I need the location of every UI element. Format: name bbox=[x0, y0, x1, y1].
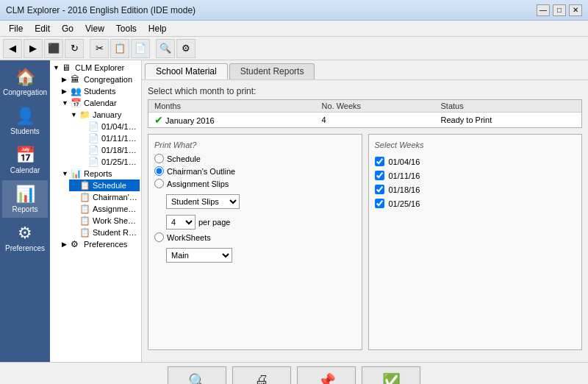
radio-schedule-input[interactable] bbox=[154, 154, 164, 163]
month-check-cell: ✔ January 2016 bbox=[148, 113, 316, 128]
assignment-icon: 📋 bbox=[79, 204, 91, 214]
students-tree-icon: 👥 bbox=[71, 86, 82, 96]
tree-item-0111[interactable]: 📄 01/11/16 - S bbox=[78, 132, 140, 144]
tree-item-0104[interactable]: 📄 01/04/16 - S bbox=[78, 121, 140, 132]
tree-item-assignment[interactable]: 📋 Assignment S bbox=[69, 203, 140, 215]
tree-item-students[interactable]: ▶ 👥 Students bbox=[60, 85, 140, 97]
check-icon: ✔ bbox=[154, 114, 163, 126]
menu-tools[interactable]: Tools bbox=[110, 22, 143, 35]
tab-student-reports-label: Student Reports bbox=[240, 66, 304, 77]
tree-panel[interactable]: ▼ 🖥 CLM Explorer ▶ 🏛 Congregation ▶ 👥 St… bbox=[50, 60, 142, 362]
toolbar-forward[interactable]: ▶ bbox=[24, 39, 43, 58]
mark-printed-button[interactable]: ✅ Mark as Printed bbox=[362, 366, 420, 385]
sidebar-item-congregation[interactable]: 🏠 Congregation bbox=[2, 63, 48, 101]
month-row[interactable]: ✔ January 2016 4 Ready to Print bbox=[148, 113, 581, 128]
week-0111-label: 01/11/16 bbox=[389, 171, 420, 180]
toolbar-back[interactable]: ◀ bbox=[3, 39, 22, 58]
tree-label-chairmans: Chairman's Ou bbox=[93, 193, 138, 202]
tree-item-preferences[interactable]: ▶ ⚙ Preferences bbox=[60, 238, 140, 250]
week-check-0104[interactable]: 01/04/16 bbox=[375, 157, 576, 166]
week-check-0111[interactable]: 01/11/16 bbox=[375, 171, 576, 180]
menu-go[interactable]: Go bbox=[56, 22, 79, 35]
month-name: January 2016 bbox=[165, 116, 215, 125]
two-col-layout: Print What? Schedule Chairman's Outline bbox=[148, 134, 582, 350]
week-0104-input[interactable] bbox=[375, 157, 384, 166]
student-rep-icon: 📋 bbox=[79, 227, 91, 238]
per-page-select[interactable]: 4 bbox=[166, 215, 196, 230]
radio-chairmans-input[interactable] bbox=[154, 166, 164, 176]
tree-item-chairmans[interactable]: 📋 Chairman's Ou bbox=[69, 191, 140, 203]
close-button[interactable]: ✕ bbox=[569, 4, 582, 16]
menu-file[interactable]: File bbox=[3, 22, 29, 35]
expand-icon: ▶ bbox=[62, 241, 71, 248]
radio-assignment[interactable]: Assignment Slips bbox=[154, 179, 356, 188]
radio-worksheets-label: WorkSheets bbox=[167, 233, 211, 242]
expand-icon: ▼ bbox=[62, 99, 71, 107]
radio-group: Schedule Chairman's Outline Assignment S… bbox=[154, 154, 356, 263]
radio-chairmans[interactable]: Chairman's Outline bbox=[154, 166, 356, 176]
menu-edit[interactable]: Edit bbox=[29, 22, 56, 35]
toolbar-gear[interactable]: ⚙ bbox=[176, 39, 196, 58]
menu-view[interactable]: View bbox=[79, 22, 110, 35]
tree-item-0118[interactable]: 📄 01/18/16 - S bbox=[78, 144, 140, 156]
title-bar: CLM Explorer - 2016 English Edition (IDE… bbox=[0, 0, 588, 21]
week-0111-input[interactable] bbox=[375, 171, 384, 180]
tree-item-0125[interactable]: 📄 01/25/16 - S bbox=[78, 156, 140, 168]
toolbar-stop[interactable]: ⬛ bbox=[44, 39, 63, 58]
tree-item-calendar[interactable]: ▼ 📅 Calendar bbox=[60, 97, 140, 109]
tree-label-january: January bbox=[93, 110, 121, 119]
radio-assignment-label: Assignment Slips bbox=[167, 179, 229, 188]
preview-icon: 🔍 bbox=[188, 372, 207, 385]
select-weeks-panel: Select Weeks 01/04/16 01/11/16 01/18/ bbox=[368, 134, 583, 350]
radio-assignment-input[interactable] bbox=[154, 179, 164, 188]
worksheets-select[interactable]: Main bbox=[166, 248, 232, 263]
form-area: Select which month to print: Months No. … bbox=[142, 80, 588, 362]
doc-icon: 📄 bbox=[88, 133, 100, 143]
content-area: School Material Student Reports Select w… bbox=[142, 60, 588, 362]
tree-item-clm-explorer[interactable]: ▼ 🖥 CLM Explorer bbox=[51, 62, 140, 74]
minimize-button[interactable]: — bbox=[537, 4, 550, 16]
worksheets-icon: 📋 bbox=[79, 216, 91, 226]
tree-item-january[interactable]: ▼ 📁 January bbox=[69, 109, 140, 121]
sidebar-item-preferences[interactable]: ⚙ Preferences bbox=[2, 219, 48, 257]
slips-select[interactable]: Student Slips bbox=[166, 194, 240, 209]
maximize-button[interactable]: □ bbox=[553, 4, 566, 16]
radio-schedule[interactable]: Schedule bbox=[154, 154, 356, 163]
tree-label-0111: 01/11/16 - S bbox=[101, 134, 138, 143]
sidebar-item-students[interactable]: 👤 Students bbox=[2, 102, 48, 140]
tab-student-reports[interactable]: Student Reports bbox=[229, 63, 315, 79]
tree-item-schedule[interactable]: 📋 Schedule bbox=[69, 179, 140, 191]
tree-item-worksheets[interactable]: 📋 Work Sheets bbox=[69, 215, 140, 227]
sidebar-item-reports[interactable]: 📊 Reports bbox=[2, 180, 48, 218]
icon-sidebar: 🏠 Congregation 👤 Students 📅 Calendar 📊 R… bbox=[0, 60, 50, 362]
clm-icon: 🖥 bbox=[62, 63, 74, 73]
calendar-tree-icon: 📅 bbox=[71, 98, 82, 108]
tree-label-calendar: Calendar bbox=[84, 99, 117, 107]
week-0118-input[interactable] bbox=[375, 185, 384, 194]
toolbar-refresh[interactable]: ↻ bbox=[65, 39, 84, 58]
radio-chairmans-label: Chairman's Outline bbox=[167, 167, 235, 176]
week-0125-input[interactable] bbox=[375, 199, 384, 208]
print-button[interactable]: 🖨 Print bbox=[232, 366, 291, 385]
reminders-button[interactable]: 📌 Reminders bbox=[297, 366, 356, 385]
reports-tree-icon: 📊 bbox=[71, 168, 82, 179]
week-check-0118[interactable]: 01/18/16 bbox=[375, 185, 576, 194]
radio-worksheets-input[interactable] bbox=[154, 232, 164, 242]
sidebar-item-calendar[interactable]: 📅 Calendar bbox=[2, 141, 48, 179]
week-0118-label: 01/18/16 bbox=[389, 185, 420, 194]
toolbar-copy[interactable]: 📋 bbox=[110, 39, 129, 58]
toolbar-paste[interactable]: 📄 bbox=[131, 39, 150, 58]
toolbar-search[interactable]: 🔍 bbox=[156, 39, 175, 58]
tree-item-reports[interactable]: ▼ 📊 Reports bbox=[60, 168, 140, 179]
toolbar-cut[interactable]: ✂ bbox=[90, 39, 109, 58]
doc-icon: 📄 bbox=[88, 157, 100, 167]
preview-button[interactable]: 🔍 Preview bbox=[168, 366, 226, 385]
radio-worksheets[interactable]: WorkSheets bbox=[154, 232, 356, 242]
week-check-0125[interactable]: 01/25/16 bbox=[375, 199, 576, 208]
tab-school-material[interactable]: School Material bbox=[145, 63, 228, 79]
tree-item-congregation[interactable]: ▶ 🏛 Congregation bbox=[60, 74, 140, 85]
tree-item-student-reports[interactable]: 📋 Student Repo bbox=[69, 227, 140, 238]
menu-help[interactable]: Help bbox=[143, 22, 173, 35]
weeks-cell: 4 bbox=[316, 113, 435, 128]
print-what-panel: Print What? Schedule Chairman's Outline bbox=[148, 134, 362, 350]
